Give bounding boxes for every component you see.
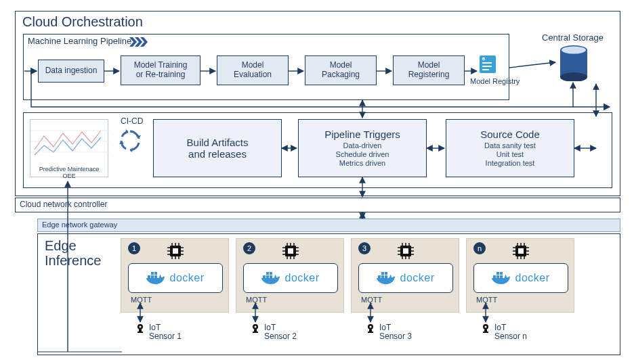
- svg-rect-78: [385, 272, 387, 275]
- edge-node-1: 1 docker MQTT: [121, 238, 229, 313]
- cloud-title: Cloud Orchestration: [22, 14, 143, 30]
- camera-icon: [481, 323, 490, 333]
- stage-model-evaluation: Model Evaluation: [217, 55, 289, 85]
- central-storage-label: Central Storage: [542, 32, 604, 43]
- svg-marker-20: [119, 141, 124, 144]
- docker-container: docker: [358, 263, 453, 293]
- camera-icon: [251, 323, 260, 333]
- pm-oee-label: Predictive Maintenace OEE: [30, 166, 108, 179]
- svg-rect-58: [266, 272, 269, 275]
- svg-rect-56: [266, 275, 269, 278]
- docker-whale-icon: [377, 271, 396, 286]
- node-badge: n: [473, 242, 486, 254]
- edge-network-gateway-bar: Edge network gateway: [37, 219, 620, 232]
- svg-rect-113: [483, 332, 488, 333]
- pm-oee-card: Predictive Maintenace OEE: [30, 119, 108, 177]
- edge-node-2: 2 docker MQTT: [236, 238, 344, 313]
- svg-rect-77: [381, 272, 384, 275]
- chip-icon: [511, 242, 530, 260]
- source-code-box: Source Code Data sanity testUnit testInt…: [446, 119, 574, 177]
- cloud-network-controller-bar: Cloud network controller: [15, 198, 620, 212]
- svg-rect-108: [369, 329, 372, 332]
- svg-rect-55: [263, 275, 266, 278]
- svg-marker-19: [130, 147, 133, 152]
- svg-rect-3: [482, 69, 489, 70]
- edge-title: Edge Inference: [45, 238, 101, 268]
- svg-rect-96: [496, 272, 499, 275]
- chip-icon: [396, 242, 415, 260]
- svg-point-4: [482, 58, 485, 60]
- svg-rect-61: [403, 248, 408, 254]
- svg-rect-0: [480, 55, 496, 73]
- node-badge: 2: [243, 242, 255, 254]
- central-storage-icon: [558, 45, 589, 81]
- iot-sensor-n: IoT Sensor n: [481, 323, 527, 341]
- svg-point-103: [255, 326, 257, 328]
- svg-rect-112: [484, 329, 487, 332]
- mqtt-label: MQTT: [131, 296, 152, 304]
- svg-rect-23: [173, 248, 178, 254]
- docker-whale-icon: [492, 271, 511, 286]
- svg-rect-74: [378, 275, 381, 278]
- iot-sensor-2: IoT Sensor 2: [251, 323, 297, 341]
- svg-rect-104: [254, 329, 257, 332]
- pm-oee-chart-icon: [30, 120, 109, 163]
- svg-rect-105: [253, 332, 258, 333]
- svg-rect-93: [493, 275, 496, 278]
- pipeline-triggers-box: Pipeline Triggers Data-drivenSchedule dr…: [298, 119, 427, 177]
- svg-rect-101: [138, 332, 143, 333]
- svg-rect-80: [518, 248, 524, 254]
- svg-rect-2: [482, 66, 492, 67]
- camera-icon: [366, 323, 375, 333]
- docker-whale-icon: [146, 271, 165, 286]
- svg-marker-21: [125, 129, 128, 134]
- svg-point-107: [370, 326, 372, 328]
- build-line1: Build Artifacts: [187, 137, 249, 148]
- triggers-title: Pipeline Triggers: [324, 129, 400, 140]
- cicd-cycle-icon: [117, 127, 144, 154]
- stage-model-packaging: Model Packaging: [305, 55, 377, 85]
- chip-icon: [166, 242, 185, 260]
- svg-point-99: [140, 326, 142, 328]
- camera-icon: [135, 323, 145, 333]
- edge-node-n: n docker MQTT: [466, 238, 574, 313]
- stage-model-training: Model Training or Re-training: [121, 55, 200, 85]
- chevrons-icon: [129, 37, 152, 47]
- svg-rect-76: [385, 275, 387, 278]
- stage-model-registering: Model Registering: [393, 55, 465, 85]
- svg-rect-57: [270, 275, 272, 278]
- mqtt-label: MQTT: [361, 296, 382, 304]
- build-artifacts-box: Build Artifacts and releases: [153, 119, 282, 177]
- svg-rect-38: [154, 275, 157, 278]
- svg-rect-97: [500, 272, 503, 275]
- svg-rect-40: [154, 272, 157, 275]
- architecture-diagram: Cloud Orchestration Machine Learning Pip…: [0, 0, 634, 364]
- mqtt-label: MQTT: [246, 296, 267, 304]
- docker-container: docker: [473, 263, 568, 293]
- model-registry-icon: [478, 54, 497, 74]
- cicd-label: CI-CD: [121, 116, 143, 126]
- svg-rect-94: [496, 275, 499, 278]
- docker-container: docker: [128, 263, 223, 293]
- docker-whale-icon: [261, 271, 280, 286]
- docker-container: docker: [243, 263, 338, 293]
- source-title: Source Code: [480, 129, 540, 140]
- svg-rect-59: [270, 272, 272, 275]
- iot-sensor-1: IoT Sensor 1: [135, 323, 182, 341]
- edge-node-3: 3 docker MQTT: [351, 238, 459, 313]
- stage-data-ingestion: Data ingestion: [38, 60, 104, 83]
- model-registry-label: Model Registry: [470, 77, 520, 85]
- svg-point-14: [562, 47, 586, 54]
- svg-rect-42: [288, 248, 293, 254]
- svg-rect-39: [151, 272, 154, 275]
- svg-rect-75: [381, 275, 384, 278]
- svg-rect-36: [148, 275, 150, 278]
- svg-rect-109: [368, 332, 373, 333]
- svg-rect-100: [139, 329, 142, 332]
- svg-point-111: [485, 326, 487, 328]
- mqtt-label: MQTT: [476, 296, 497, 304]
- svg-rect-95: [500, 275, 503, 278]
- build-line2: and releases: [188, 148, 247, 160]
- node-badge: 1: [128, 242, 140, 254]
- ml-pipeline-label: Machine Learning Pipeline: [28, 36, 131, 46]
